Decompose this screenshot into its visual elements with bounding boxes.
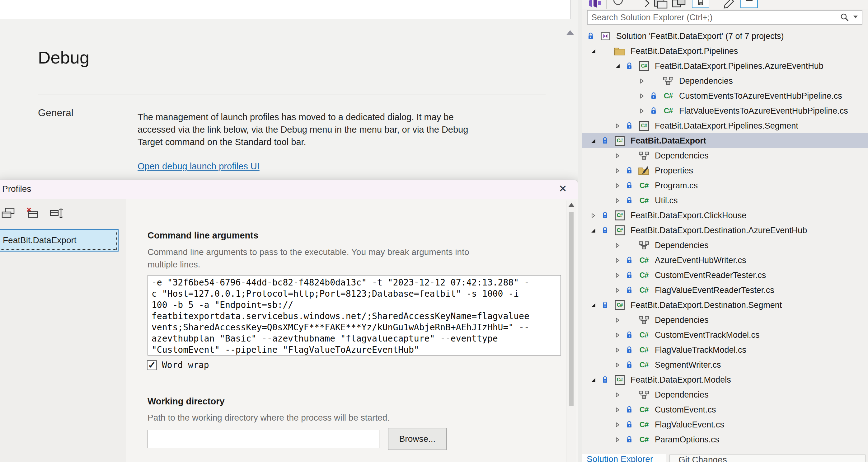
collapsed-arrow-icon[interactable]	[615, 407, 623, 412]
word-wrap-checkbox[interactable]: ✓	[147, 360, 157, 370]
working-directory-heading: Working directory	[148, 396, 225, 407]
expanded-arrow-icon[interactable]	[591, 49, 599, 54]
collapsed-arrow-icon[interactable]	[615, 288, 623, 293]
search-input[interactable]	[588, 10, 837, 24]
collapsed-arrow-icon[interactable]	[591, 213, 599, 218]
tree-item[interactable]: C#Program.cs	[582, 178, 868, 193]
sync-active-document-icon[interactable]	[643, 0, 652, 9]
search-options-caret-icon[interactable]	[854, 16, 858, 19]
tree-item[interactable]: Solution 'FeatBit.DataExport' (7 of 7 pr…	[582, 29, 868, 43]
collapsed-arrow-icon[interactable]	[615, 347, 623, 353]
profiles-toolbar	[1, 207, 64, 220]
collapsed-arrow-icon[interactable]	[615, 183, 623, 188]
properties-window-icon[interactable]	[671, 0, 687, 9]
collapsed-arrow-icon[interactable]	[615, 392, 623, 398]
expanded-arrow-icon[interactable]	[591, 303, 599, 308]
working-directory-input[interactable]	[148, 430, 379, 448]
dialog-title: Profiles	[2, 184, 31, 194]
collapsed-arrow-icon[interactable]	[615, 123, 623, 129]
collapsed-arrow-icon[interactable]	[615, 333, 623, 338]
collapsed-arrow-icon[interactable]	[615, 317, 623, 323]
tree-item[interactable]: C#FeatBit.DataExport.ClickHouse	[582, 208, 868, 223]
expanded-arrow-icon[interactable]	[591, 138, 599, 144]
tree-item[interactable]: C#AzureEventHubWriter.cs	[582, 253, 868, 268]
collapsed-arrow-icon[interactable]	[639, 109, 647, 114]
tree-item[interactable]: C#Util.cs	[582, 193, 868, 208]
tree-item[interactable]: C#FeatBit.DataExport.Pipelines.Segment	[582, 118, 868, 133]
expanded-arrow-icon[interactable]	[591, 228, 599, 233]
csharp-file-icon: C#	[638, 361, 650, 369]
collapsed-arrow-icon[interactable]	[615, 273, 623, 278]
page-scroll-up-icon[interactable]	[566, 30, 574, 35]
show-all-files-toggle-icon[interactable]	[692, 0, 709, 8]
dialog-scrollbar[interactable]	[566, 201, 577, 462]
collapsed-arrow-icon[interactable]	[615, 153, 623, 158]
tree-item[interactable]: Dependencies	[582, 238, 868, 253]
preview-selected-items-toggle-icon[interactable]	[740, 0, 758, 8]
tree-item[interactable]: C#ParamOptions.cs	[582, 432, 868, 447]
profile-list-item[interactable]: FeatBit.DataExport	[0, 229, 119, 251]
collapsed-arrow-icon[interactable]	[615, 198, 623, 203]
expanded-arrow-icon[interactable]	[591, 377, 599, 382]
collapsed-arrow-icon[interactable]	[615, 422, 623, 427]
tree-item[interactable]: C#CustomEventTrackModel.cs	[582, 328, 868, 342]
tree-item[interactable]: C#SegmentWriter.cs	[582, 358, 868, 372]
tree-item[interactable]: C#FlatValueEventsToAzureEventHubPipeline…	[582, 103, 868, 118]
tree-item[interactable]: C#FeatBit.DataExport.Pipelines.AzureEven…	[582, 59, 868, 73]
edit-icon[interactable]	[723, 0, 734, 9]
working-directory-description: Path to the working directory where the …	[148, 413, 521, 423]
lock-icon	[626, 346, 634, 354]
tree-item[interactable]: C#FeatBit.DataExport.Destination.AzureEv…	[582, 223, 868, 238]
delete-profile-icon[interactable]	[25, 207, 40, 220]
tree-item-label: FlagValueEvent.cs	[655, 420, 724, 430]
tree-item[interactable]: Dependencies	[582, 313, 868, 328]
lock-icon	[650, 107, 658, 115]
tab-solution-explorer[interactable]: Solution Explorer	[582, 454, 666, 462]
collapsed-arrow-icon[interactable]	[615, 168, 623, 174]
collapsed-arrow-icon[interactable]	[639, 79, 647, 84]
tree-item[interactable]: C#FeatBit.DataExport	[582, 133, 868, 148]
tree-item[interactable]: C#FeatBit.DataExport.Models	[582, 372, 868, 387]
switch-views-icon[interactable]	[588, 0, 601, 9]
tree-item-label: Util.cs	[655, 196, 678, 206]
csharp-file-icon: C#	[638, 196, 650, 205]
open-debug-launch-profiles-link[interactable]: Open debug launch profiles UI	[137, 161, 259, 172]
tree-item[interactable]: Dependencies	[582, 73, 868, 88]
tree-item[interactable]: C#FlagValueEventReaderTester.cs	[582, 283, 868, 298]
tree-item[interactable]: C#FlagValueEvent.cs	[582, 417, 868, 432]
new-profile-icon[interactable]	[1, 207, 16, 220]
tree-item[interactable]: FeatBit.DataExport.Pipelines	[582, 43, 868, 59]
tree-item-label: FlagValueTrackModel.cs	[655, 345, 746, 355]
browse-button[interactable]: Browse...	[388, 428, 446, 450]
tree-item[interactable]: C#CustomEvent.cs	[582, 402, 868, 417]
tree-item[interactable]: Dependencies	[582, 387, 868, 402]
dialog-scroll-up-icon[interactable]	[568, 203, 575, 207]
tree-item[interactable]: C#CustomEventsToAzureEventHubPipeline.cs	[582, 88, 868, 103]
toolbar-separator	[606, 0, 607, 9]
rename-profile-icon[interactable]	[50, 207, 64, 220]
collapsed-arrow-icon[interactable]	[615, 437, 623, 442]
tree-item[interactable]: C#CustomEventReaderTester.cs	[582, 268, 868, 283]
dialog-scrollbar-thumb[interactable]	[569, 212, 574, 406]
search-icon[interactable]	[840, 13, 849, 23]
tree-item[interactable]: Properties	[582, 163, 868, 178]
tree-item[interactable]: C#FlagValueTrackModel.cs	[582, 342, 868, 358]
launch-profiles-description: The management of launch profiles has mo…	[137, 111, 485, 148]
tree-item-label: FeatBit.DataExport.Pipelines.Segment	[655, 121, 798, 131]
collapsed-arrow-icon[interactable]	[639, 93, 647, 99]
collapse-all-icon[interactable]	[653, 0, 669, 9]
expanded-arrow-icon[interactable]	[615, 63, 623, 69]
bottom-tab-strip: Solution Explorer Git Changes	[582, 454, 868, 462]
tab-git-changes[interactable]: Git Changes	[670, 455, 866, 462]
collapsed-arrow-icon[interactable]	[615, 258, 623, 263]
filter-icon[interactable]	[613, 0, 623, 5]
collapsed-arrow-icon[interactable]	[615, 243, 623, 248]
collapsed-arrow-icon[interactable]	[615, 362, 623, 368]
tree-item[interactable]: Dependencies	[582, 148, 868, 163]
command-line-arguments-input[interactable]: -e "32f6be54-6796-44dd-bc82-f4824b0da13c…	[148, 275, 561, 356]
close-icon[interactable]: ✕	[559, 184, 567, 194]
folder-icon	[613, 47, 626, 55]
tree-item-label: FeatBit.DataExport.ClickHouse	[630, 211, 746, 220]
dialog-titlebar[interactable]: Profiles ✕	[0, 180, 578, 199]
tree-item[interactable]: C#FeatBit.DataExport.Destination.Segment	[582, 298, 868, 313]
